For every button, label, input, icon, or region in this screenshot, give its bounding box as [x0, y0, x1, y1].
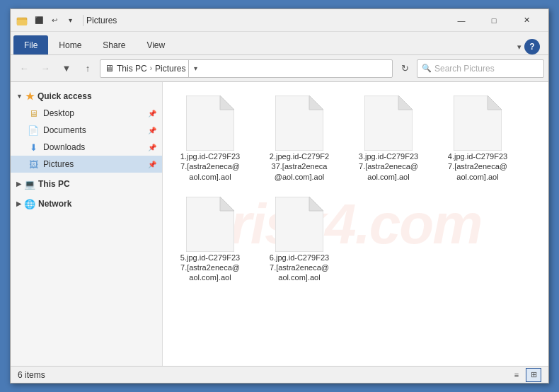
file-icon-svg: [275, 96, 323, 151]
network-label: Network: [38, 199, 71, 209]
file-icon-container: [363, 95, 414, 151]
network-header[interactable]: ▶ 🌐 Network: [11, 195, 162, 212]
sidebar-documents-label: Documents: [43, 125, 86, 135]
tab-share[interactable]: Share: [92, 35, 136, 54]
file-name-5: 5.jpg.id-C279F23 7.[astra2eneca@ aol.com…: [180, 253, 240, 283]
titlebar-separator: [83, 15, 83, 26]
file-item[interactable]: 2.jpeg.id-C279F2 37.[astra2eneca @aol.co…: [260, 91, 338, 186]
ribbon-help-button[interactable]: ?: [524, 39, 540, 54]
desktop-pin-icon: 📌: [148, 110, 156, 117]
large-icons-view-button[interactable]: ⊞: [526, 368, 541, 382]
downloads-icon: ⬇: [28, 142, 39, 153]
view-controls: ≡ ⊞: [509, 368, 541, 382]
breadcrumb: 🖥 This PC › Pictures: [105, 63, 185, 74]
minimize-button[interactable]: —: [445, 9, 478, 32]
file-icon-container: [274, 196, 325, 253]
network-icon: 🌐: [24, 198, 35, 209]
svg-marker-2: [220, 96, 234, 110]
documents-icon: 📄: [28, 125, 39, 136]
sidebar-pictures-label: Pictures: [43, 159, 74, 169]
file-icon-container: [185, 95, 236, 151]
quick-access-toolbar: ⬛ ↩ ▾: [32, 13, 77, 28]
window-title: Pictures: [86, 16, 445, 25]
file-icon-container: [185, 196, 236, 253]
quick-access-arrow: ▼: [16, 93, 23, 100]
tab-view[interactable]: View: [136, 35, 175, 54]
downloads-pin-icon: 📌: [148, 144, 156, 151]
thispc-header[interactable]: ▶ 💻 This PC: [11, 175, 162, 192]
pictures-icon: 🖼: [28, 158, 39, 170]
breadcrumb-arrow-1: ›: [150, 64, 152, 72]
sidebar-item-downloads[interactable]: ⬇ Downloads 📌: [11, 139, 162, 156]
refresh-button[interactable]: ↻: [396, 59, 414, 78]
file-icon-container: [452, 95, 503, 151]
documents-pin-icon: 📌: [148, 127, 156, 134]
search-field[interactable]: 🔍 Search Pictures: [417, 59, 544, 78]
svg-marker-4: [309, 96, 323, 110]
quick-access-header[interactable]: ▼ ★ Quick access: [11, 88, 162, 105]
address-field[interactable]: 🖥 This PC › Pictures ▾: [100, 59, 393, 78]
content-area: risk4.com 1.jpg.id-C279F23 7.[astra2enec…: [163, 82, 548, 366]
file-item[interactable]: 5.jpg.id-C279F23 7.[astra2eneca@ aol.com…: [171, 192, 249, 287]
sidebar-item-desktop[interactable]: 🖥 Desktop 📌: [11, 105, 162, 122]
file-name-2: 2.jpeg.id-C279F2 37.[astra2eneca @aol.co…: [270, 151, 329, 182]
window-controls: — □ ✕: [445, 9, 543, 32]
sidebar-desktop-label: Desktop: [43, 108, 74, 118]
explorer-window: ⬛ ↩ ▾ Pictures — □ ✕ File Home Share Vie…: [10, 8, 549, 384]
file-item[interactable]: 6.jpg.id-C279F23 7.[astra2eneca@ aol.com…: [260, 192, 338, 287]
svg-marker-12: [309, 197, 323, 211]
sidebar-downloads-label: Downloads: [43, 142, 85, 152]
file-icon-svg: [186, 96, 234, 151]
ribbon-collapse-area: ▾ ?: [514, 39, 546, 54]
file-item[interactable]: 3.jpg.id-C279F23 7.[astra2eneca@ aol.com…: [350, 91, 427, 186]
breadcrumb-pictures[interactable]: Pictures: [155, 64, 185, 74]
svg-marker-6: [398, 96, 413, 110]
pictures-pin-icon: 📌: [148, 161, 156, 168]
desktop-icon: 🖥: [28, 108, 39, 119]
file-name-6: 6.jpg.id-C279F23 7.[astra2eneca@ aol.com…: [270, 253, 329, 283]
svg-marker-8: [488, 96, 502, 110]
qat-undo-button[interactable]: ↩: [47, 13, 62, 28]
status-bar: 6 items ≡ ⊞: [11, 366, 548, 383]
qat-dropdown-button[interactable]: ▾: [63, 13, 77, 28]
maximize-button[interactable]: □: [478, 9, 510, 32]
quick-access-star: ★: [25, 91, 35, 102]
ribbon-collapse-button[interactable]: ▾: [514, 42, 524, 52]
file-name-4: 4.jpg.id-C279F23 7.[astra2eneca@ aol.com…: [448, 151, 507, 182]
forward-button[interactable]: →: [36, 59, 54, 78]
close-button[interactable]: ✕: [510, 9, 543, 32]
sidebar: ▼ ★ Quick access 🖥 Desktop 📌 📄 Documents…: [11, 82, 163, 366]
tab-file[interactable]: File: [13, 35, 48, 54]
file-item[interactable]: 1.jpg.id-C279F23 7.[astra2eneca@ aol.com…: [171, 91, 249, 186]
breadcrumb-pc-icon: 🖥: [105, 63, 114, 74]
file-name-1: 1.jpg.id-C279F23 7.[astra2eneca@ aol.com…: [180, 151, 240, 182]
address-bar: ← → ▼ ↑ 🖥 This PC › Pictures ▾ ↻ 🔍 Searc…: [11, 55, 548, 82]
sidebar-item-documents[interactable]: 📄 Documents 📌: [11, 122, 162, 139]
search-icon: 🔍: [422, 64, 432, 73]
list-view-button[interactable]: ≡: [509, 368, 524, 382]
search-placeholder: Search Pictures: [434, 64, 539, 74]
thispc-arrow: ▶: [16, 180, 21, 188]
ribbon-tab-bar: File Home Share View ▾ ?: [11, 32, 548, 54]
sidebar-item-pictures[interactable]: 🖼 Pictures 📌: [11, 156, 162, 173]
recent-locations-button[interactable]: ▼: [57, 59, 76, 78]
tab-home[interactable]: Home: [48, 35, 92, 54]
file-icon-svg: [454, 96, 502, 151]
title-bar: ⬛ ↩ ▾ Pictures — □ ✕: [11, 9, 548, 32]
network-arrow: ▶: [16, 200, 21, 207]
item-count: 6 items: [18, 370, 45, 380]
files-grid: 1.jpg.id-C279F23 7.[astra2eneca@ aol.com…: [171, 91, 540, 287]
up-button[interactable]: ↑: [79, 59, 97, 78]
back-button[interactable]: ←: [15, 59, 33, 78]
quick-access-section: ▼ ★ Quick access 🖥 Desktop 📌 📄 Documents…: [11, 88, 162, 173]
thispc-icon: 💻: [24, 178, 35, 190]
file-item[interactable]: 4.jpg.id-C279F23 7.[astra2eneca@ aol.com…: [439, 91, 517, 186]
window-icon: [16, 15, 28, 26]
breadcrumb-thispc[interactable]: This PC: [117, 64, 147, 74]
ribbon: File Home Share View ▾ ?: [11, 32, 548, 55]
file-icon-svg: [275, 197, 323, 252]
thispc-section: ▶ 💻 This PC: [11, 175, 162, 192]
file-icon-svg: [364, 96, 413, 151]
address-dropdown-button[interactable]: ▾: [188, 59, 202, 78]
qat-properties-button[interactable]: ⬛: [32, 13, 46, 28]
